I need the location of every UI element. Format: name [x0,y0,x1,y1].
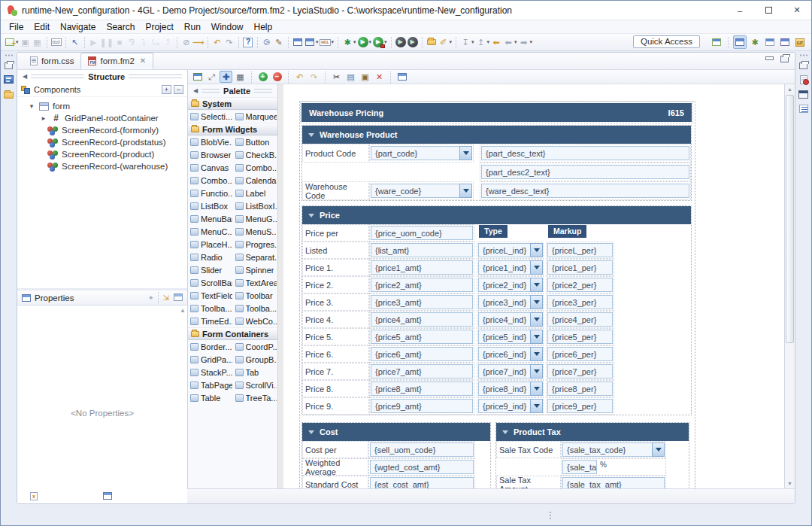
4gl-perspective-icon[interactable] [733,35,747,49]
coverage-icon[interactable]: ▶ [407,36,419,49]
palette-header[interactable]: ◀ Palette [188,84,277,97]
save-icon[interactable]: ▣ [20,36,32,49]
field-price-amount[interactable]: {list_amt} [371,243,473,257]
compile-4gl-dropdown-icon[interactable]: ▾ [316,39,319,45]
label-type-chip[interactable]: Type [479,225,508,238]
palette-item[interactable]: ListBoxI... [233,199,278,212]
palette-item[interactable]: ListBox [188,199,233,212]
preview-icon[interactable] [191,71,204,83]
field-price-amount[interactable]: {price1_amt} [371,260,473,275]
undo-icon[interactable]: ↶ [293,71,306,83]
palette-category-form-containers[interactable]: Form Containers [188,327,277,340]
menu-window[interactable]: Window [206,21,249,33]
help-icon[interactable]: ? [242,36,254,49]
show-advanced-icon[interactable]: ⇲ [163,293,169,302]
forward-history-icon[interactable]: ➡ [518,36,530,49]
field-price-indicator[interactable]: {price5_ind} [478,330,530,344]
field-price-indicator[interactable]: {price7_ind} [478,364,530,379]
restore-defaults-icon[interactable] [174,293,183,303]
label-product-code[interactable]: Product Code [302,144,369,163]
field-ware-desc[interactable]: {ware_desc_text} [481,184,689,198]
combo-dropdown-icon[interactable] [530,347,543,361]
field-price-indicator[interactable]: {price3_ind} [478,295,530,309]
caret-collapsed-icon[interactable]: ▸ [40,114,47,122]
menu-file[interactable]: File [4,21,29,33]
field-price-indicator[interactable]: {price2_ind} [478,278,530,292]
combo-price-indicator[interactable]: {price8_ind} [478,382,543,396]
next-annotation-icon[interactable]: ↧ [459,36,471,49]
navigator-icon[interactable] [4,92,14,99]
menu-edit[interactable]: Edit [29,21,55,33]
combo-dropdown-icon[interactable] [530,260,543,275]
maximize-button[interactable] [754,1,783,20]
palette-item[interactable]: MenuS... [233,225,278,238]
palette-item[interactable]: TabPage [188,379,233,391]
price-row-label[interactable]: Price 2. [302,276,369,293]
binary-file-icon[interactable]: 010 [50,36,62,49]
collapse-palette-icon[interactable]: ◀ [193,87,198,94]
structure-header[interactable]: ◀ Structure [17,70,187,83]
price-row-label[interactable]: Price 4. [302,311,369,328]
combo-dropdown-icon[interactable] [530,399,543,413]
disconnect-icon[interactable]: ⅋ [126,36,138,49]
price-row-label[interactable]: Price 7. [302,363,369,380]
palette-item[interactable]: TimeEd... [188,315,233,327]
price-row-label[interactable]: Price 9. [302,397,369,415]
field-part-desc2[interactable]: {part_desc2_text} [481,165,689,179]
redo-icon[interactable]: ↷ [223,36,235,49]
expand-form-icon[interactable]: ⤢ [205,71,218,83]
git-perspective-icon[interactable]: GIT [793,35,807,49]
console-icon[interactable] [798,90,808,99]
palette-item[interactable]: Slider [188,263,233,276]
new-dropdown-icon[interactable]: ▾ [16,39,19,45]
field-price-uom-code[interactable]: {price_uom_code} [371,226,473,240]
section-header-warehouse-product[interactable]: Warehouse Product [302,126,691,144]
field-cost-value[interactable]: {wgted_cost_amt} [370,460,474,474]
cut-icon[interactable]: ✂ [330,71,343,83]
paste-icon[interactable]: ▣ [359,71,371,83]
table-view-icon[interactable] [395,71,408,83]
combo-dropdown-icon[interactable] [459,184,472,198]
menu-run[interactable]: Run [179,21,206,33]
palette-item[interactable]: CheckB... [233,148,278,161]
palette-item[interactable]: Combo... [233,161,278,174]
field-price-percent[interactable]: {price7_per} [547,364,613,379]
tab-close-icon[interactable]: ✕ [140,56,146,65]
outline-icon[interactable] [799,105,808,113]
price-row-label[interactable]: Price 1. [302,259,369,276]
palette-item[interactable]: GroupB... [233,353,278,366]
tree-item-gridpanel[interactable]: ▸ # GridPanel-rootContainer [17,112,187,124]
expand-all-icon[interactable]: + [162,85,171,94]
open-task-icon[interactable] [426,36,438,49]
section-header-product-tax[interactable]: Product Tax [496,423,689,441]
palette-item[interactable]: TextField [188,289,233,302]
add-icon[interactable]: + [256,71,269,83]
price-row-label[interactable]: Price 8. [302,380,369,397]
collapse-all-icon[interactable]: − [174,85,183,94]
resume-icon[interactable]: ▶ [88,36,100,49]
field-price-indicator[interactable]: {priceL_ind} [478,243,530,257]
field-price-percent[interactable]: {price2_per} [547,278,613,292]
section-header-cost[interactable]: Cost [302,423,490,441]
combo-dropdown-icon[interactable] [530,330,543,344]
redo-icon[interactable]: ↷ [308,71,320,83]
open-perspective-icon[interactable] [710,35,723,49]
form-root-container[interactable]: Warehouse Pricing I615 Warehouse Product [299,101,695,488]
combo-price-indicator[interactable]: {price6_ind} [478,347,543,361]
sync-perspective-icon[interactable] [778,35,792,49]
compile-4gl-icon[interactable] [304,36,316,49]
palette-item[interactable]: Table [188,391,233,404]
field-price-percent[interactable]: {price1_per} [547,260,613,275]
palette-item[interactable]: MenuG... [233,212,278,225]
field-price-indicator[interactable]: {price1_ind} [478,260,530,275]
field-price-percent[interactable]: {price4_per} [547,312,613,327]
palette-item[interactable]: TextArea [233,276,278,289]
collapse-section-icon[interactable] [308,133,314,137]
skip-breakpoints-icon[interactable]: ⊘ [180,36,192,49]
palette-item[interactable]: Combo... [188,174,233,187]
palette-item[interactable]: Radio [188,251,233,263]
combo-dropdown-icon[interactable] [459,146,472,160]
palette-item[interactable]: Tab [233,366,278,379]
price-row-label[interactable]: Listed [302,242,369,259]
combo-price-indicator[interactable]: {price9_ind} [478,399,543,413]
